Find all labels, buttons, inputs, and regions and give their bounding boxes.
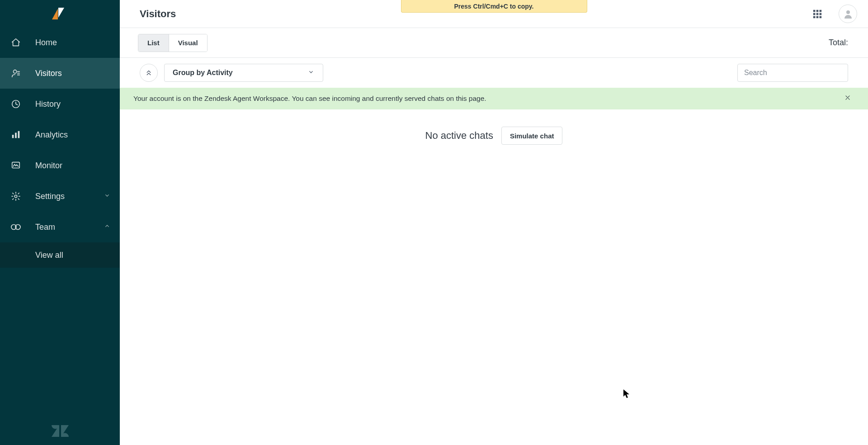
- apps-grid-icon[interactable]: [812, 9, 822, 19]
- sidebar-item-label: History: [35, 99, 61, 109]
- team-submenu: View all: [0, 242, 120, 268]
- sidebar-item-analytics[interactable]: Analytics: [0, 119, 120, 150]
- search-field-wrapper[interactable]: [737, 64, 848, 82]
- chevron-down-icon: [104, 192, 111, 201]
- svg-rect-14: [813, 13, 816, 15]
- svg-rect-15: [816, 13, 819, 15]
- visitors-icon: [9, 68, 23, 78]
- sidebar-item-history[interactable]: History: [0, 89, 120, 119]
- history-icon: [9, 99, 23, 109]
- tab-list[interactable]: List: [138, 34, 169, 52]
- workspace-info-text: Your account is on the Zendesk Agent Wor…: [133, 95, 486, 103]
- sidebar-subitem-label: View all: [35, 251, 63, 260]
- svg-rect-13: [820, 9, 822, 12]
- close-icon[interactable]: [841, 91, 854, 106]
- chevron-up-icon: [104, 222, 111, 232]
- svg-rect-19: [820, 16, 822, 18]
- chevron-down-icon: [307, 68, 315, 77]
- svg-point-2: [14, 70, 17, 73]
- collapse-all-button[interactable]: [140, 64, 158, 82]
- group-by-select[interactable]: Group by Activity: [164, 64, 323, 82]
- svg-rect-6: [18, 131, 20, 138]
- team-subitem-view-all[interactable]: View all: [0, 242, 120, 268]
- zendesk-logo-icon[interactable]: [52, 425, 69, 440]
- settings-icon: [9, 191, 23, 201]
- group-by-selected-label: Group by Activity: [173, 69, 233, 77]
- tab-visual[interactable]: Visual: [169, 34, 207, 52]
- workspace-info-banner: Your account is on the Zendesk Agent Wor…: [120, 88, 868, 109]
- copy-hint-text: Press Ctrl/Cmd+C to copy.: [454, 3, 534, 10]
- sidebar-item-label: Analytics: [35, 130, 68, 140]
- home-icon: [9, 38, 23, 47]
- sidebar-item-label: Visitors: [35, 69, 62, 78]
- svg-rect-11: [813, 9, 816, 12]
- sidebar-item-label: Monitor: [35, 161, 62, 170]
- sidebar-item-home[interactable]: Home: [0, 27, 120, 58]
- main-area: Visitors Press Ctrl/Cmd+C to copy. List: [120, 0, 868, 445]
- view-mode-segmented-control: List Visual: [138, 34, 208, 52]
- sidebar: Home Visitors History Analytics Monitor: [0, 0, 120, 445]
- empty-state: No active chats Simulate chat: [120, 127, 868, 145]
- svg-rect-12: [816, 9, 819, 12]
- sidebar-item-visitors[interactable]: Visitors: [0, 58, 120, 89]
- svg-rect-7: [12, 162, 20, 168]
- sidebar-nav: Home Visitors History Analytics Monitor: [0, 27, 120, 420]
- analytics-icon: [9, 130, 23, 140]
- copy-hint-banner: Press Ctrl/Cmd+C to copy.: [401, 0, 587, 13]
- sidebar-item-team[interactable]: Team: [0, 212, 120, 242]
- brand-logo[interactable]: [50, 7, 66, 20]
- team-icon: [9, 222, 23, 232]
- sidebar-item-settings[interactable]: Settings: [0, 181, 120, 212]
- sidebar-item-label: Home: [35, 38, 57, 47]
- empty-state-message: No active chats: [425, 130, 493, 142]
- sidebar-header: [0, 0, 120, 27]
- svg-marker-1: [58, 8, 64, 18]
- view-tabs-row: List Visual Total:: [120, 28, 868, 58]
- total-count-label: Total:: [829, 38, 848, 47]
- svg-rect-16: [820, 13, 822, 15]
- svg-point-8: [14, 195, 17, 198]
- topbar: Visitors Press Ctrl/Cmd+C to copy.: [120, 0, 868, 28]
- svg-point-20: [846, 10, 850, 14]
- monitor-icon: [9, 161, 23, 170]
- sidebar-item-label: Team: [35, 222, 55, 232]
- group-filter-row: Group by Activity: [120, 58, 868, 88]
- avatar[interactable]: [839, 5, 857, 23]
- sidebar-footer: [0, 420, 120, 445]
- search-input[interactable]: [744, 69, 841, 77]
- sidebar-item-monitor[interactable]: Monitor: [0, 150, 120, 181]
- svg-rect-17: [813, 16, 816, 18]
- simulate-chat-button[interactable]: Simulate chat: [501, 127, 563, 145]
- svg-marker-0: [52, 9, 58, 19]
- svg-rect-5: [15, 133, 17, 138]
- page-title: Visitors: [140, 8, 176, 20]
- topbar-right: [812, 5, 857, 23]
- svg-rect-18: [816, 16, 819, 18]
- sidebar-item-label: Settings: [35, 192, 65, 201]
- svg-rect-4: [12, 135, 14, 138]
